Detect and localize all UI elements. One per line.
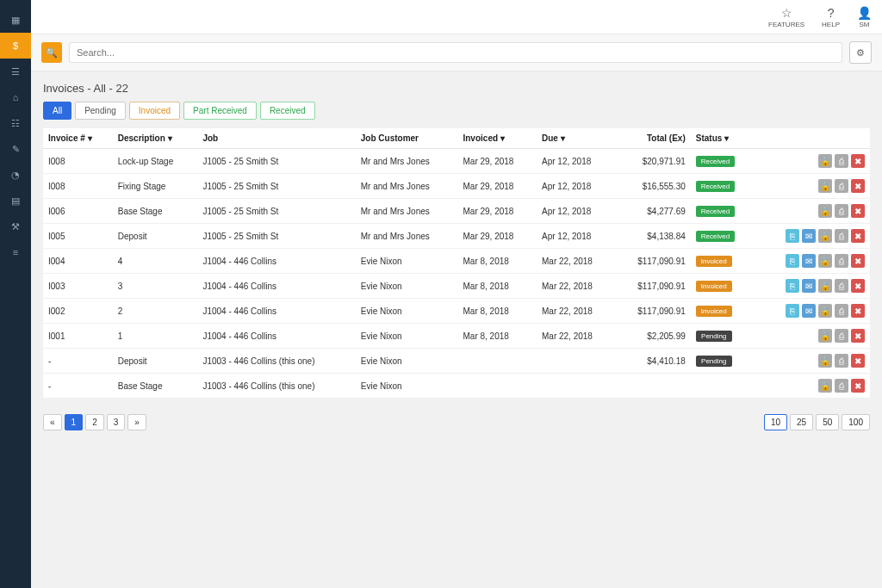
cell-job[interactable]: J1004 - 446 Collins [197,324,355,349]
sync-icon[interactable]: ⎘ [786,279,799,293]
lock-icon[interactable]: 🔒 [818,204,832,218]
print-icon[interactable]: ⎙ [835,279,848,293]
cell-invoice-no[interactable]: I003 [43,274,113,299]
cell-job[interactable]: J1005 - 25 Smith St [197,224,355,249]
cell-customer[interactable]: Evie Nixon [356,324,458,349]
filter-received[interactable]: Received [260,102,315,120]
print-icon[interactable]: ⎙ [835,179,848,193]
cell-description[interactable]: Deposit [113,349,198,374]
print-icon[interactable]: ⎙ [835,304,848,318]
col-job[interactable]: Job [197,128,355,149]
cell-job[interactable]: J1005 - 25 Smith St [197,149,355,174]
lock-icon[interactable]: 🔒 [818,254,832,268]
delete-icon[interactable]: ✖ [851,329,865,343]
user-menu[interactable]: 👤 SM [857,6,872,28]
cell-description[interactable]: Base Stage [113,374,198,399]
delete-icon[interactable]: ✖ [851,154,865,168]
cell-customer[interactable]: Evie Nixon [356,299,458,324]
cell-job[interactable]: J1004 - 446 Collins [197,249,355,274]
cell-customer[interactable]: Evie Nixon [356,374,458,399]
page-size-button[interactable]: 50 [816,414,839,430]
cell-description[interactable]: 1 [113,324,198,349]
cell-invoice-no[interactable]: - [43,349,113,374]
nav-customers-icon[interactable]: ☰ [0,59,31,84]
cell-job[interactable]: J1003 - 446 Collins (this one) [197,374,355,399]
page-button[interactable]: 3 [107,414,126,430]
cell-invoice-no[interactable]: I008 [43,149,113,174]
page-button[interactable]: » [127,414,146,430]
cell-description[interactable]: 4 [113,249,198,274]
lock-icon[interactable]: 🔒 [818,304,832,318]
col-invoice-no[interactable]: Invoice # ▾ [43,128,113,149]
page-size-button[interactable]: 100 [842,414,870,430]
lock-icon[interactable]: 🔒 [818,229,832,243]
features-link[interactable]: ☆ FEATURES [768,6,804,28]
send-icon[interactable]: ✉ [802,229,816,243]
cell-invoice-no[interactable]: I002 [43,299,113,324]
filter-invoiced[interactable]: Invoiced [129,102,180,120]
cell-description[interactable]: Lock-up Stage [113,149,198,174]
delete-icon[interactable]: ✖ [851,354,865,368]
delete-icon[interactable]: ✖ [851,379,865,393]
page-button[interactable]: « [43,414,62,430]
col-total[interactable]: Total (Ex) [616,128,691,149]
cell-job[interactable]: J1003 - 446 Collins (this one) [197,349,355,374]
print-icon[interactable]: ⎙ [835,379,848,393]
delete-icon[interactable]: ✖ [851,254,865,268]
nav-invoices-icon[interactable]: $ [0,33,31,59]
cell-customer[interactable]: Mr and Mrs Jones [356,174,458,199]
lock-icon[interactable]: 🔒 [818,354,832,368]
cell-job[interactable]: J1005 - 25 Smith St [197,199,355,224]
print-icon[interactable]: ⎙ [835,154,848,168]
print-icon[interactable]: ⎙ [835,254,848,268]
cell-customer[interactable]: Evie Nixon [356,249,458,274]
nav-settings-icon[interactable]: ≡ [0,239,31,265]
help-link[interactable]: ? HELP [822,6,840,28]
search-button[interactable]: 🔍 [41,42,62,63]
sync-icon[interactable]: ⎘ [786,229,799,243]
lock-icon[interactable]: 🔒 [818,154,832,168]
filter-pending[interactable]: Pending [75,102,126,120]
send-icon[interactable]: ✉ [802,304,816,318]
print-icon[interactable]: ⎙ [835,204,848,218]
settings-button[interactable]: ⚙ [849,41,872,64]
nav-tools-icon[interactable]: ⚒ [0,214,31,239]
delete-icon[interactable]: ✖ [851,204,865,218]
cell-description[interactable]: 3 [113,274,198,299]
page-size-button[interactable]: 10 [764,414,787,430]
delete-icon[interactable]: ✖ [851,304,865,318]
print-icon[interactable]: ⎙ [835,329,848,343]
cell-customer[interactable]: Evie Nixon [356,274,458,299]
page-size-button[interactable]: 25 [790,414,813,430]
cell-description[interactable]: Fixing Stage [113,174,198,199]
lock-icon[interactable]: 🔒 [818,179,832,193]
cell-invoice-no[interactable]: I008 [43,174,113,199]
page-button[interactable]: 1 [65,414,84,430]
filter-all[interactable]: All [43,102,71,120]
nav-reports-icon[interactable]: ◔ [0,162,31,188]
send-icon[interactable]: ✉ [802,279,816,293]
page-button[interactable]: 2 [85,414,104,430]
filter-part-received[interactable]: Part Received [183,102,257,120]
lock-icon[interactable]: 🔒 [818,379,832,393]
delete-icon[interactable]: ✖ [851,179,865,193]
cell-job[interactable]: J1004 - 446 Collins [197,299,355,324]
cell-description[interactable]: Deposit [113,224,198,249]
send-icon[interactable]: ✉ [802,254,816,268]
search-input[interactable] [69,42,842,63]
cell-job[interactable]: J1005 - 25 Smith St [197,174,355,199]
cell-customer[interactable]: Mr and Mrs Jones [356,224,458,249]
delete-icon[interactable]: ✖ [851,279,865,293]
nav-docs-icon[interactable]: ✎ [0,136,31,162]
cell-job[interactable]: J1004 - 446 Collins [197,274,355,299]
delete-icon[interactable]: ✖ [851,229,865,243]
col-description[interactable]: Description ▾ [113,128,198,149]
nav-dashboard-icon[interactable]: ▦ [0,7,31,33]
col-due[interactable]: Due ▾ [537,128,616,149]
col-customer[interactable]: Job Customer [356,128,458,149]
nav-jobs-icon[interactable]: ⌂ [0,84,31,110]
lock-icon[interactable]: 🔒 [818,329,832,343]
cell-customer[interactable]: Mr and Mrs Jones [356,149,458,174]
cell-invoice-no[interactable]: - [43,374,113,399]
cell-description[interactable]: Base Stage [113,199,198,224]
